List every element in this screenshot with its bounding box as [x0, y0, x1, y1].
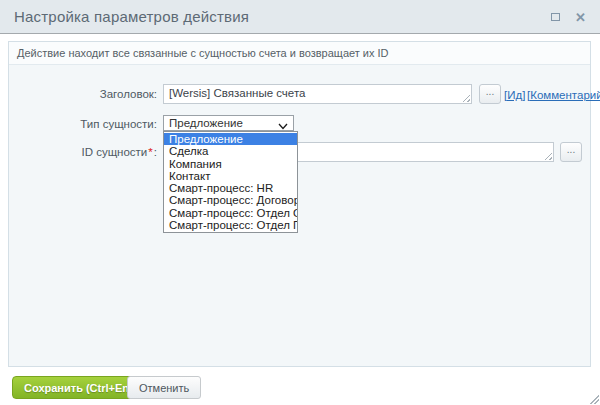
dropdown-option[interactable]: Смарт-процесс: Договоры: [164, 194, 297, 206]
dialog-title: Настройка параметров действия: [14, 8, 249, 25]
dropdown-option[interactable]: Предложение: [164, 133, 297, 145]
entity-id-more-button[interactable]: ...: [560, 142, 582, 162]
entity-type-selected-value: Предложение: [169, 117, 243, 129]
id-link[interactable]: [Ид]: [504, 89, 525, 101]
comment-link[interactable]: [Комментарий]: [527, 89, 600, 101]
window-resize-grip-icon[interactable]: [588, 393, 599, 404]
entity-type-select[interactable]: Предложение: [163, 115, 294, 131]
dropdown-option[interactable]: Смарт-процесс: Отдел ООиИ: [164, 207, 297, 219]
cancel-button[interactable]: Отменить: [127, 376, 201, 399]
maximize-icon[interactable]: [551, 13, 560, 21]
dialog-header: Настройка параметров действия ✕: [0, 0, 600, 34]
action-description: Действие находит все связанные с сущност…: [9, 42, 590, 65]
close-icon[interactable]: ✕: [575, 11, 586, 24]
entity-type-dropdown: ПредложениеСделкаКомпанияКонтактСмарт-пр…: [163, 131, 298, 233]
window-controls: ✕: [551, 0, 586, 34]
dropdown-option[interactable]: Контакт: [164, 170, 297, 182]
dropdown-option[interactable]: Компания: [164, 158, 297, 170]
entity-type-label: Тип сущности:: [0, 118, 157, 130]
dropdown-option[interactable]: Смарт-процесс: Отдел ПСО: [164, 219, 297, 231]
dropdown-option[interactable]: Смарт-процесс: HR: [164, 182, 297, 194]
title-more-button[interactable]: ...: [479, 84, 501, 104]
dropdown-option[interactable]: Сделка: [164, 145, 297, 157]
title-field-label: Заголовок:: [0, 88, 157, 100]
required-asterisk: *: [148, 146, 152, 158]
title-field-wrap: [Wersis] Связанные счета: [163, 84, 472, 104]
entity-id-label: ID сущности*:: [0, 146, 157, 158]
title-input[interactable]: [Wersis] Связанные счета: [163, 84, 472, 104]
